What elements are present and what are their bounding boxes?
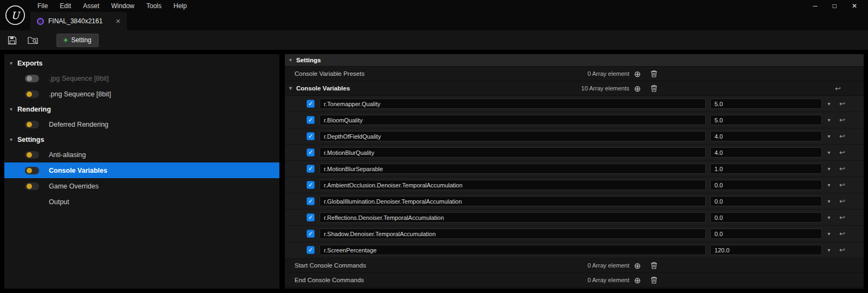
variable-name-input[interactable] — [320, 99, 706, 109]
clear-array-button[interactable] — [646, 70, 662, 77]
reset-to-default-icon[interactable]: ↩ — [839, 198, 845, 205]
reset-to-default-icon[interactable]: ↩ — [839, 230, 845, 237]
settings-category-header[interactable]: ▾ Settings — [285, 54, 864, 67]
toggle-on-icon[interactable] — [25, 167, 39, 174]
console-variable-row: ✓ ▾ ↩ — [285, 112, 864, 128]
chevron-down-icon[interactable]: ▾ — [822, 133, 836, 139]
reset-to-default-icon[interactable]: ↩ — [839, 165, 845, 172]
menu-help[interactable]: Help — [168, 2, 193, 10]
add-element-button[interactable]: ⊕ — [629, 262, 646, 270]
unreal-logo-icon[interactable]: U — [0, 0, 30, 30]
variable-value-input[interactable] — [710, 131, 822, 141]
toggle-on-icon[interactable] — [25, 183, 39, 190]
clear-array-button[interactable] — [646, 84, 662, 92]
reset-to-default-icon[interactable]: ↩ — [835, 85, 841, 92]
section-title: Rendering — [17, 106, 51, 113]
menu-asset[interactable]: Asset — [77, 2, 105, 10]
console-variable-row: ✓ ▾ ↩ — [285, 193, 864, 210]
variable-name-input[interactable] — [320, 131, 706, 141]
clear-array-button[interactable] — [646, 262, 662, 269]
variable-enabled-checkbox[interactable]: ✓ — [307, 132, 315, 140]
reset-to-default-icon[interactable]: ↩ — [839, 181, 845, 188]
property-label[interactable]: ▾Console Variables — [285, 85, 564, 92]
variable-name-input[interactable] — [320, 164, 706, 174]
trash-icon — [650, 84, 658, 92]
variable-name-input[interactable] — [320, 245, 706, 255]
check-icon: ✓ — [308, 133, 313, 139]
variable-value-input[interactable] — [710, 180, 822, 190]
toggle-on-icon[interactable] — [25, 151, 39, 159]
section-settings[interactable]: ▾ Settings — [4, 132, 279, 147]
tab-close-icon[interactable]: ✕ — [116, 18, 120, 25]
chevron-down-icon[interactable]: ▾ — [822, 117, 836, 123]
menu-file[interactable]: File — [31, 2, 54, 10]
sidebar-item-deferred-rendering[interactable]: Deferred Rendering — [4, 116, 279, 132]
sidebar-item-output[interactable]: Output — [4, 194, 279, 210]
reset-to-default-icon[interactable]: ↩ — [839, 246, 845, 253]
reset-to-default-icon[interactable]: ↩ — [839, 116, 845, 123]
menu-edit[interactable]: Edit — [54, 2, 77, 10]
variable-enabled-checkbox[interactable]: ✓ — [307, 246, 315, 254]
sidebar-item-console-variables[interactable]: Console Variables — [4, 162, 279, 178]
toggle-on-icon[interactable] — [25, 90, 39, 98]
reset-to-default-icon[interactable]: ↩ — [839, 100, 845, 107]
chevron-down-icon[interactable]: ▾ — [822, 149, 836, 155]
variable-enabled-checkbox[interactable]: ✓ — [307, 165, 315, 173]
chevron-down-icon[interactable]: ▾ — [822, 166, 836, 172]
reset-to-default-icon[interactable]: ↩ — [839, 133, 845, 140]
add-element-button[interactable]: ⊕ — [629, 84, 646, 93]
variable-enabled-checkbox[interactable]: ✓ — [307, 197, 315, 205]
save-button[interactable] — [8, 36, 17, 45]
variable-name-input[interactable] — [320, 212, 706, 223]
section-exports[interactable]: ▾ Exports — [4, 56, 279, 70]
sidebar-item-game-overrides[interactable]: Game Overrides — [4, 178, 279, 194]
variable-name-input[interactable] — [320, 115, 706, 125]
tab-final-3840x2161[interactable]: FINAL_3840x2161 ✕ — [30, 12, 127, 30]
variable-enabled-checkbox[interactable]: ✓ — [307, 116, 315, 124]
section-rendering[interactable]: ▾ Rendering — [4, 102, 279, 116]
chevron-down-icon[interactable]: ▾ — [822, 198, 836, 204]
chevron-down-icon[interactable]: ▾ — [822, 182, 836, 188]
toggle-on-icon[interactable] — [25, 121, 39, 128]
add-setting-button[interactable]: + Setting — [56, 34, 99, 47]
browse-to-asset-button[interactable] — [28, 36, 38, 44]
add-element-button[interactable]: ⊕ — [629, 70, 646, 78]
menu-window[interactable]: Window — [105, 2, 141, 10]
variable-value-input[interactable] — [710, 212, 822, 223]
variable-enabled-checkbox[interactable]: ✓ — [307, 230, 315, 238]
variable-enabled-checkbox[interactable]: ✓ — [307, 148, 315, 157]
variable-enabled-checkbox[interactable]: ✓ — [307, 181, 315, 189]
console-variable-row: ✓ ▾ ↩ — [285, 242, 864, 258]
variable-value-input[interactable] — [710, 245, 822, 255]
clear-array-button[interactable] — [646, 276, 662, 284]
sidebar-item-jpg-sequence[interactable]: .jpg Sequence [8bit] — [4, 70, 279, 86]
variable-name-input[interactable] — [320, 229, 706, 239]
maximize-icon[interactable]: □ — [833, 2, 837, 10]
minimize-icon[interactable]: ─ — [813, 2, 818, 10]
toggle-off-icon[interactable] — [25, 75, 39, 82]
sidebar-item-png-sequence[interactable]: .png Sequence [8bit] — [4, 86, 279, 102]
reset-to-default-icon[interactable]: ↩ — [839, 149, 845, 156]
variable-value-input[interactable] — [710, 229, 822, 239]
variable-value-input[interactable] — [710, 115, 822, 125]
variable-value-input[interactable] — [710, 147, 822, 158]
variable-value-input[interactable] — [710, 196, 822, 206]
sidebar-item-anti-aliasing[interactable]: Anti-aliasing — [4, 147, 279, 162]
chevron-down-icon[interactable]: ▾ — [822, 231, 836, 237]
variable-value-input[interactable] — [710, 99, 822, 109]
variable-name-input[interactable] — [320, 196, 706, 206]
variable-name-input[interactable] — [320, 180, 706, 190]
menu-tools[interactable]: Tools — [141, 2, 168, 10]
chevron-down-icon[interactable]: ▾ — [822, 101, 836, 107]
section-title: Settings — [17, 136, 44, 144]
check-icon: ✓ — [308, 149, 313, 155]
variable-value-input[interactable] — [710, 164, 822, 174]
chevron-down-icon[interactable]: ▾ — [822, 214, 836, 220]
add-element-button[interactable]: ⊕ — [629, 276, 646, 284]
reset-to-default-icon[interactable]: ↩ — [839, 214, 845, 221]
chevron-down-icon[interactable]: ▾ — [822, 247, 836, 253]
variable-name-input[interactable] — [320, 147, 706, 158]
close-icon[interactable]: ✕ — [852, 2, 857, 10]
variable-enabled-checkbox[interactable]: ✓ — [307, 213, 315, 222]
variable-enabled-checkbox[interactable]: ✓ — [307, 100, 315, 108]
